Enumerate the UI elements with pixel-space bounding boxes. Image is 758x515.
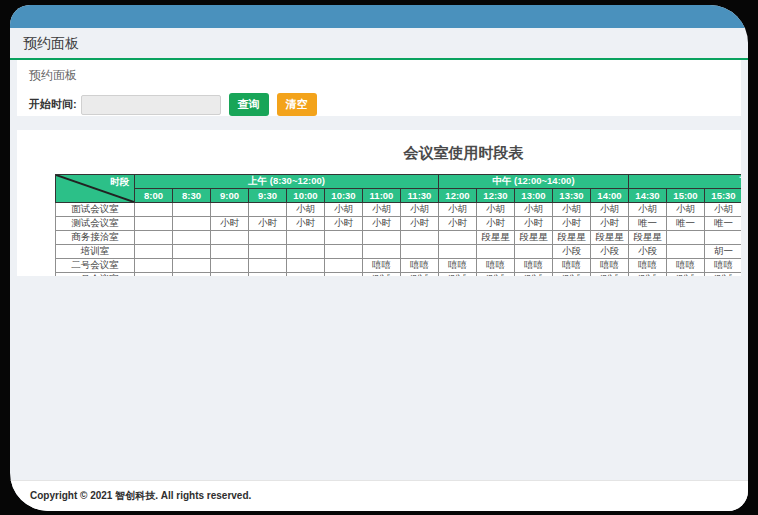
time-group-header: 上午 (8:30~12:00) xyxy=(135,175,439,189)
schedule-cell: 测试 xyxy=(591,273,629,277)
schedule-cell xyxy=(135,259,173,273)
schedule-cell: 小段 xyxy=(553,245,591,259)
schedule-cell xyxy=(135,245,173,259)
corner-header-cell: 时段 xyxy=(56,175,135,203)
schedule-cell xyxy=(363,245,401,259)
schedule-cell xyxy=(439,231,477,245)
schedule-cell xyxy=(135,203,173,217)
time-header-cell: 12:30 xyxy=(477,189,515,203)
schedule-cell xyxy=(135,273,173,277)
schedule-cell: 小胡 xyxy=(287,203,325,217)
schedule-cell: 小胡 xyxy=(705,203,742,217)
schedule-cell: 嘻嘻 xyxy=(515,259,553,273)
schedule-cell: 测试 xyxy=(477,273,515,277)
schedule-cell: 嘻嘻 xyxy=(401,259,439,273)
start-time-label: 开始时间: xyxy=(29,97,77,112)
time-header-cell: 14:00 xyxy=(591,189,629,203)
schedule-cell: 小胡 xyxy=(401,203,439,217)
clear-button[interactable]: 清空 xyxy=(277,93,317,116)
schedule-cell: 小时 xyxy=(249,217,287,231)
schedule-cell: 唯一 xyxy=(705,217,742,231)
schedule-cell: 测试 xyxy=(705,273,742,277)
schedule-overflow-container: 会议室使用时段表 时段上午 (8:30~12:00)中午 (12:00~14:0… xyxy=(17,142,741,276)
schedule-cell: 测试 xyxy=(553,273,591,277)
time-header-cell: 15:00 xyxy=(667,189,705,203)
start-time-input[interactable] xyxy=(81,95,221,115)
time-header-cell: 12:00 xyxy=(439,189,477,203)
time-header-cell: 8:00 xyxy=(135,189,173,203)
corner-label: 时段 xyxy=(110,176,129,189)
room-label-cell: 培训室 xyxy=(56,245,135,259)
schedule-cell xyxy=(211,273,249,277)
time-header-cell: 15:30 xyxy=(705,189,742,203)
schedule-cell xyxy=(325,245,363,259)
schedule-cell xyxy=(363,231,401,245)
browser-window: 预约面板 预约面板 开始时间: 查询 清空 会议室使用时段表 时段上午 (8:3… xyxy=(10,5,748,511)
schedule-cell xyxy=(249,273,287,277)
schedule-cell: 小段 xyxy=(591,245,629,259)
query-button[interactable]: 查询 xyxy=(229,93,269,116)
schedule-cell: 段星星 xyxy=(477,231,515,245)
schedule-cell: 测试 xyxy=(629,273,667,277)
schedule-cell: 唯一 xyxy=(629,217,667,231)
schedule-cell: 唯一 xyxy=(667,217,705,231)
schedule-cell: 嘻嘻 xyxy=(363,259,401,273)
schedule-cell: 测试 xyxy=(667,273,705,277)
schedule-cell xyxy=(705,231,742,245)
time-header-cell: 10:30 xyxy=(325,189,363,203)
schedule-cell: 小时 xyxy=(287,217,325,231)
schedule-cell xyxy=(287,231,325,245)
schedule-cell: 小胡 xyxy=(325,203,363,217)
schedule-cell: 嘻嘻 xyxy=(591,259,629,273)
schedule-cell: 小胡 xyxy=(363,203,401,217)
time-header-cell: 13:00 xyxy=(515,189,553,203)
schedule-cell xyxy=(173,203,211,217)
schedule-cell: 小时 xyxy=(439,217,477,231)
schedule-cell: 小段 xyxy=(629,245,667,259)
schedule-cell: 小时 xyxy=(591,217,629,231)
schedule-cell xyxy=(401,231,439,245)
schedule-cell xyxy=(249,245,287,259)
schedule-cell xyxy=(325,231,363,245)
room-label-cell: 商务接洽室 xyxy=(56,231,135,245)
top-navbar xyxy=(10,5,748,28)
schedule-cell: 嘻嘻 xyxy=(477,259,515,273)
schedule-cell: 小时 xyxy=(553,217,591,231)
schedule-cell xyxy=(401,245,439,259)
schedule-title: 会议室使用时段表 xyxy=(17,142,741,164)
schedule-cell: 嘻嘻 xyxy=(667,259,705,273)
schedule-cell: 段星星 xyxy=(553,231,591,245)
room-label-cell: 二号会议室 xyxy=(56,259,135,273)
schedule-cell xyxy=(515,245,553,259)
spacer xyxy=(10,116,748,130)
schedule-cell: 段星星 xyxy=(515,231,553,245)
schedule-cell: 段星星 xyxy=(629,231,667,245)
schedule-cell xyxy=(325,259,363,273)
page-title: 预约面板 xyxy=(23,35,748,53)
time-header-cell: 8:30 xyxy=(173,189,211,203)
schedule-cell: 测试 xyxy=(439,273,477,277)
schedule-cell: 小胡 xyxy=(477,203,515,217)
schedule-cell: 测试 xyxy=(515,273,553,277)
schedule-cell xyxy=(249,203,287,217)
schedule-cell: 胡一 xyxy=(705,245,742,259)
time-header-cell: 13:30 xyxy=(553,189,591,203)
schedule-cell: 测试 xyxy=(363,273,401,277)
schedule-cell: 小时 xyxy=(363,217,401,231)
schedule-row: 培训室小段小段小段胡一胡一 xyxy=(56,245,742,259)
schedule-cell: 小胡 xyxy=(439,203,477,217)
schedule-cell xyxy=(287,259,325,273)
schedule-cell: 小胡 xyxy=(515,203,553,217)
time-header-cell: 11:30 xyxy=(401,189,439,203)
schedule-cell xyxy=(249,259,287,273)
schedule-cell: 小时 xyxy=(325,217,363,231)
schedule-cell: 嘻嘻 xyxy=(553,259,591,273)
schedule-row: 一号会议室测试测试测试测试测试测试测试测试测试测试测试 xyxy=(56,273,742,277)
schedule-cell xyxy=(173,259,211,273)
room-label-cell: 一号会议室 xyxy=(56,273,135,277)
panel-section-title: 预约面板 xyxy=(29,67,729,84)
schedule-cell xyxy=(173,231,211,245)
schedule-cell: 小时 xyxy=(211,217,249,231)
time-header-cell: 9:30 xyxy=(249,189,287,203)
schedule-cell: 小时 xyxy=(515,217,553,231)
